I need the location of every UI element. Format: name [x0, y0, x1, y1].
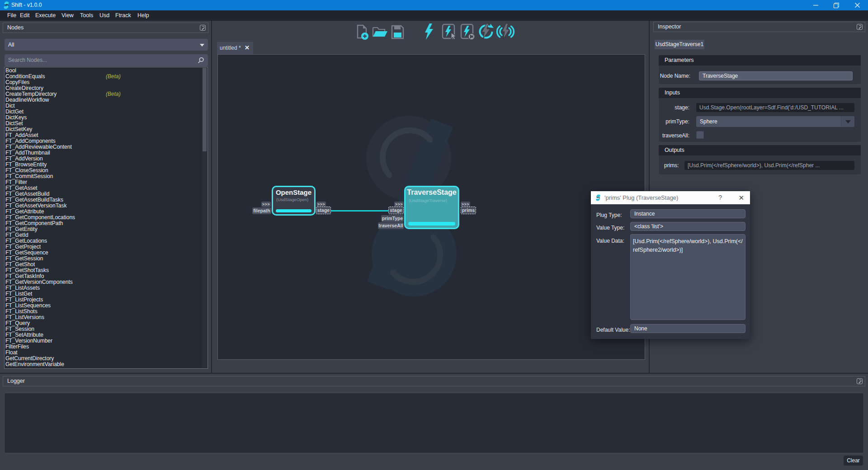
- default-value-label: Default Value:: [596, 327, 630, 333]
- dialog-help-button[interactable]: ?: [718, 191, 722, 204]
- inputs-group-header: Inputs: [659, 88, 861, 98]
- save-graph-icon[interactable]: [389, 24, 406, 41]
- execute-from-selected-icon[interactable]: [459, 23, 476, 41]
- clear-button[interactable]: Clear: [844, 456, 863, 465]
- minimize-icon: [813, 3, 818, 8]
- node-list-item[interactable]: Dict: [5, 103, 202, 109]
- close-button[interactable]: [847, 0, 868, 10]
- inspector-header[interactable]: Inspector: [653, 22, 865, 32]
- dialog-close-icon[interactable]: ✕: [738, 191, 744, 204]
- inputs-group: Inputs stage: Usd.Stage.Open(rootLayer=S…: [659, 88, 861, 142]
- parameters-group-title: Parameters: [665, 55, 694, 66]
- node-name-field[interactable]: TraverseStage: [699, 71, 853, 80]
- inspector-tab[interactable]: UsdStageTraverse1: [655, 40, 704, 49]
- node-list-item[interactable]: DeadlineWorkflow: [5, 97, 202, 103]
- outputs-group-title: Outputs: [665, 145, 684, 155]
- tab-close-icon[interactable]: ✕: [244, 45, 250, 51]
- menu-execute[interactable]: Execute: [35, 10, 56, 21]
- menu-view[interactable]: View: [61, 10, 74, 21]
- graph-editor-panel: untitled * ✕ OpenStage (UsdStageOpen) >>…: [212, 21, 649, 373]
- node-subtitle: (UsdStageTraverse): [409, 198, 447, 203]
- execute-selected-icon[interactable]: [440, 23, 458, 41]
- menu-help[interactable]: Help: [137, 10, 149, 21]
- node-list-item[interactable]: DictKeys: [5, 115, 202, 121]
- port-prims-out[interactable]: prims: [461, 207, 476, 214]
- value-data-field[interactable]: [Usd.Prim(</refSphere/world>), Usd.Prim(…: [630, 234, 745, 320]
- restore-button[interactable]: [826, 0, 847, 10]
- value-type-field[interactable]: <class 'list'>: [630, 222, 745, 231]
- node-list-item[interactable]: FT_CommitSession: [5, 174, 202, 179]
- logger-output[interactable]: [4, 393, 864, 453]
- dialog-title-bar[interactable]: 'prims' Plug (TraverseStage) ? ✕: [591, 191, 750, 204]
- node-list-item[interactable]: DictGet: [5, 109, 202, 115]
- node-list-item[interactable]: FT_VersionNumber: [5, 338, 202, 344]
- default-value-value: None: [634, 324, 743, 333]
- node-list-item[interactable]: FT_ListVersions: [5, 315, 202, 320]
- node-type-list[interactable]: BoolConditionEquals(Beta)CopyFilesCreate…: [4, 67, 208, 369]
- node-openstage[interactable]: OpenStage (UsdStageOpen): [272, 186, 316, 216]
- menu-ftrack[interactable]: Ftrack: [115, 10, 131, 21]
- execute-loop-icon[interactable]: [477, 23, 495, 41]
- plug-type-value: Instance: [634, 210, 743, 218]
- outputs-group-header: Outputs: [659, 145, 861, 155]
- menu-bar: File Edit Execute View Tools Usd Ftrack …: [0, 10, 868, 21]
- execute-remote-icon[interactable]: [496, 23, 515, 41]
- traverseall-label: traverseAll:: [659, 132, 689, 139]
- node-list-item[interactable]: ConditionEquals(Beta): [5, 74, 202, 80]
- node-list-item[interactable]: FT_GetEntity: [5, 226, 202, 232]
- minimize-button[interactable]: [805, 0, 826, 10]
- node-traversestage[interactable]: TraverseStage (UsdStageTraverse): [404, 186, 459, 229]
- node-list-item[interactable]: GetEnvironmentVariable: [5, 362, 202, 367]
- graph-canvas[interactable]: OpenStage (UsdStageOpen) >>> filepath >>…: [217, 54, 645, 360]
- title-bar: Shift - v1.0.0: [0, 0, 868, 10]
- port-filepath[interactable]: filepath: [252, 207, 271, 214]
- node-name-label: Node Name:: [659, 73, 690, 79]
- menu-edit[interactable]: Edit: [20, 10, 30, 21]
- logger-header[interactable]: Logger: [3, 376, 865, 386]
- node-title: TraverseStage: [406, 188, 458, 197]
- logger-title: Logger: [7, 376, 25, 386]
- inputs-group-title: Inputs: [665, 88, 680, 98]
- menu-file[interactable]: File: [7, 10, 16, 21]
- open-graph-icon[interactable]: [371, 24, 388, 41]
- port-primtype[interactable]: primType: [381, 215, 404, 222]
- port-traverseall[interactable]: traverseAll: [378, 222, 404, 229]
- undock-icon[interactable]: [857, 24, 863, 30]
- node-list-item[interactable]: FilterFiles: [5, 344, 202, 350]
- menu-usd[interactable]: Usd: [99, 10, 109, 21]
- node-list-scrollbar[interactable]: [202, 68, 207, 368]
- search-placeholder: Search Nodes...: [8, 54, 47, 66]
- port-header-in[interactable]: >>>: [261, 202, 271, 207]
- node-list-item[interactable]: FT_ListAssets: [5, 285, 202, 291]
- connection-wire[interactable]: [331, 210, 389, 212]
- dropdown-arrow-icon[interactable]: [841, 116, 854, 127]
- node-filter-select[interactable]: All: [5, 39, 208, 51]
- undock-icon[interactable]: [200, 25, 206, 31]
- execute-icon[interactable]: [422, 23, 436, 41]
- search-input[interactable]: Search Nodes...: [5, 54, 208, 66]
- inspector-tab-label: UsdStageTraverse1: [656, 41, 703, 47]
- dialog-body: Plug Type: Instance Value Type: <class '…: [591, 204, 750, 339]
- nodes-panel-header[interactable]: Nodes: [3, 23, 208, 33]
- menu-tools[interactable]: Tools: [80, 10, 93, 21]
- undock-icon[interactable]: [857, 378, 863, 384]
- node-list-scrollbar-thumb[interactable]: [203, 68, 207, 151]
- traverseall-checkbox[interactable]: [696, 131, 704, 139]
- beta-badge: (Beta): [106, 74, 121, 80]
- dialog-title: 'prims' Plug (TraverseStage): [604, 191, 678, 204]
- graph-tab[interactable]: untitled * ✕: [217, 42, 253, 54]
- port-stage-out[interactable]: stage: [316, 207, 331, 214]
- value-type-value: <class 'list'>: [634, 222, 743, 230]
- node-list-item[interactable]: DictSet: [5, 121, 202, 127]
- port-stage-in[interactable]: stage: [388, 207, 404, 214]
- primtype-dropdown[interactable]: Sphere: [696, 116, 854, 127]
- plug-type-label: Plug Type:: [596, 212, 622, 218]
- default-value-field[interactable]: None: [630, 324, 745, 333]
- shift-logo-icon: [595, 194, 601, 202]
- app-logo-icon: [3, 1, 9, 9]
- new-graph-icon[interactable]: [354, 24, 370, 41]
- node-subtitle: (UsdStageOpen): [276, 197, 308, 202]
- plug-type-field[interactable]: Instance: [630, 209, 745, 218]
- clear-button-label: Clear: [847, 457, 860, 464]
- restore-icon: [834, 3, 839, 8]
